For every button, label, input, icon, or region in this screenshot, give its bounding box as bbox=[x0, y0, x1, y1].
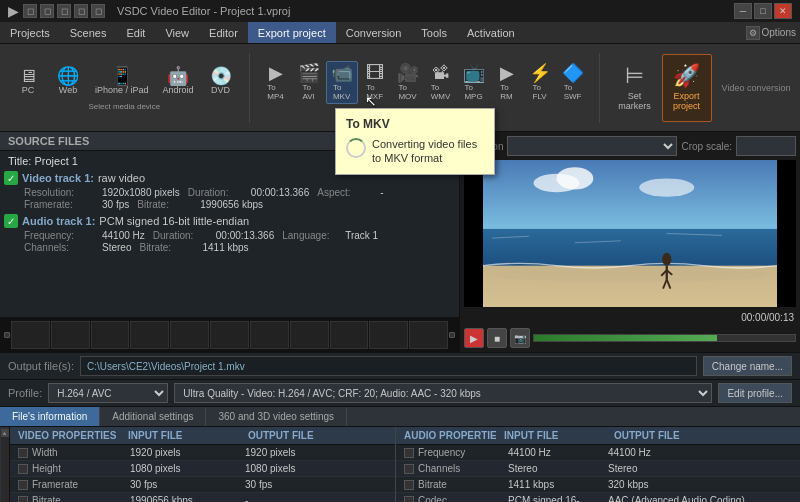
output-path-input[interactable] bbox=[80, 356, 697, 376]
conv-btn-flv[interactable]: ⚡ ToFLV bbox=[524, 61, 556, 104]
rm-icon: ▶ bbox=[500, 64, 514, 82]
markers-icon: ⊨ bbox=[625, 65, 644, 87]
audio-input-header: INPUT FILE bbox=[496, 427, 606, 445]
device-btn-android[interactable]: 🤖 Android bbox=[158, 64, 199, 98]
prop-name-channels: Channels bbox=[418, 463, 500, 474]
toolbar-icon-4[interactable]: ◻ bbox=[74, 4, 88, 18]
toolbar-icon-2[interactable]: ◻ bbox=[40, 4, 54, 18]
conv-btn-rm[interactable]: ▶ ToRM bbox=[491, 61, 523, 104]
table-row: Height 1080 pixels 1080 pixels bbox=[10, 461, 395, 477]
conv-btn-mpg[interactable]: 📺 ToMPG bbox=[458, 61, 490, 104]
at-duration-label: Duration: bbox=[153, 230, 208, 241]
source-files-content: Title: Project 1 ✓ Video track 1: raw vi… bbox=[0, 151, 459, 317]
menu-edit[interactable]: Edit bbox=[116, 22, 155, 43]
stop-button[interactable]: ■ bbox=[487, 328, 507, 348]
tab-additional-settings[interactable]: Additional settings bbox=[100, 407, 206, 426]
toolbar-icon-1[interactable]: ◻ bbox=[23, 4, 37, 18]
menu-projects[interactable]: Projects bbox=[0, 22, 60, 43]
vt-bitrate-val: 1990656 kbps bbox=[200, 199, 263, 210]
film-cell bbox=[290, 321, 329, 349]
menu-editor[interactable]: Editor bbox=[199, 22, 248, 43]
svg-point-10 bbox=[662, 253, 671, 266]
toolbar-icon-5[interactable]: ◻ bbox=[91, 4, 105, 18]
conv-label-avi: ToAVI bbox=[302, 83, 314, 101]
menu-activation[interactable]: Activation bbox=[457, 22, 525, 43]
device-btn-web[interactable]: 🌐 Web bbox=[50, 64, 86, 98]
audio-track-name: Audio track 1: bbox=[22, 215, 95, 227]
at-channels-val: Stereo bbox=[102, 242, 131, 253]
prop-output-audio-codec: AAC (Advanced Audio Coding) bbox=[600, 495, 792, 502]
menu-tools[interactable]: Tools bbox=[411, 22, 457, 43]
prop-name-bitrate: Bitrate bbox=[32, 495, 122, 502]
toolbar-icon-3[interactable]: ◻ bbox=[57, 4, 71, 18]
vt-resolution-val: 1920x1080 pixels bbox=[102, 187, 180, 198]
menu-scenes[interactable]: Scenes bbox=[60, 22, 117, 43]
edit-profile-button[interactable]: Edit profile... bbox=[718, 383, 792, 403]
play-button[interactable]: ▶ bbox=[464, 328, 484, 348]
menu-export-project[interactable]: Export project bbox=[248, 22, 336, 43]
video-preview-area bbox=[464, 160, 796, 307]
video-preview-panel: Direction Crop scale: bbox=[460, 132, 800, 352]
set-markers-button[interactable]: ⊨ Setmarkers bbox=[610, 54, 660, 122]
conv-label-mkv: ToMKV bbox=[333, 83, 350, 101]
prop-check-bitrate[interactable] bbox=[18, 496, 28, 503]
prop-input-channels: Stereo bbox=[500, 463, 600, 474]
bottom-section: Output file(s): Change name... Profile: … bbox=[0, 352, 800, 502]
at-duration-val: 00:00:13.366 bbox=[216, 230, 274, 241]
crop-scale-input[interactable] bbox=[736, 136, 796, 156]
svg-point-2 bbox=[557, 167, 594, 189]
swf-icon: 🔷 bbox=[562, 64, 584, 82]
video-props-header-row: VIDEO PROPERTIES INPUT FILE OUTPUT FILE bbox=[10, 427, 395, 445]
conv-btn-mxf[interactable]: 🎞 ToMXF bbox=[359, 61, 391, 104]
prop-check-audio-bitrate[interactable] bbox=[404, 480, 414, 490]
prop-check-width[interactable] bbox=[18, 448, 28, 458]
prop-check-channels[interactable] bbox=[404, 464, 414, 474]
conv-btn-swf[interactable]: 🔷 ToSWF bbox=[557, 61, 589, 104]
audio-props-header: AUDIO PROPERTIES bbox=[396, 427, 496, 445]
conv-btn-mov[interactable]: 🎥 ToMOV bbox=[392, 61, 424, 104]
device-selector: 🖥 PC 🌐 Web 📱 iPhone / iPad 🤖 Android 💿 bbox=[6, 64, 243, 111]
minimize-button[interactable]: ─ bbox=[734, 3, 752, 19]
tab-files-information[interactable]: File's information bbox=[0, 407, 100, 426]
menu-view[interactable]: View bbox=[155, 22, 199, 43]
table-row: Width 1920 pixels 1920 pixels bbox=[10, 445, 395, 461]
film-hole bbox=[449, 332, 455, 338]
close-button[interactable]: ✕ bbox=[774, 3, 792, 19]
conv-btn-avi[interactable]: 🎬 ToAVI bbox=[293, 61, 325, 104]
android-icon: 🤖 bbox=[167, 67, 189, 85]
direction-dropdown[interactable] bbox=[507, 136, 677, 156]
change-name-button[interactable]: Change name... bbox=[703, 356, 792, 376]
device-btn-dvd[interactable]: 💿 DVD bbox=[203, 64, 239, 98]
conv-label-rm: ToRM bbox=[500, 83, 512, 101]
app-icon: ▶ bbox=[8, 3, 19, 19]
prop-check-framerate[interactable] bbox=[18, 480, 28, 490]
profile-row: Profile: H.264 / AVC Ultra Quality - Vid… bbox=[0, 380, 800, 407]
vt-duration-label: Duration: bbox=[188, 187, 243, 198]
conv-label-mov: ToMOV bbox=[398, 83, 416, 101]
device-btn-iphone[interactable]: 📱 iPhone / iPad bbox=[90, 64, 154, 98]
conv-btn-mp4[interactable]: ▶ ToMP4 bbox=[260, 61, 292, 104]
mkv-icon: 📹 bbox=[331, 64, 353, 82]
options-gear-icon[interactable]: ⚙ bbox=[746, 26, 760, 40]
quality-select[interactable]: Ultra Quality - Video: H.264 / AVC; CRF:… bbox=[174, 383, 712, 403]
device-btn-pc[interactable]: 🖥 PC bbox=[10, 64, 46, 98]
properties-area: ▲ ▼ VIDEO PROPERTIES INPUT FILE OUTPUT F… bbox=[0, 427, 800, 502]
conv-btn-wmv[interactable]: 📽 ToWMV bbox=[425, 61, 457, 104]
options-label: Options bbox=[762, 27, 796, 38]
maximize-button[interactable]: □ bbox=[754, 3, 772, 19]
tab-360-3d-settings[interactable]: 360 and 3D video settings bbox=[206, 407, 347, 426]
conv-btn-mkv[interactable]: 📹 ToMKV bbox=[326, 61, 358, 104]
screenshot-button[interactable]: 📷 bbox=[510, 328, 530, 348]
film-strip bbox=[0, 317, 459, 352]
prop-check-frequency[interactable] bbox=[404, 448, 414, 458]
profile-select[interactable]: H.264 / AVC bbox=[48, 383, 168, 403]
avi-icon: 🎬 bbox=[298, 64, 320, 82]
menu-conversion[interactable]: Conversion bbox=[336, 22, 412, 43]
export-project-button[interactable]: 🚀 Exportproject bbox=[662, 54, 712, 122]
volume-bar[interactable] bbox=[533, 334, 796, 342]
vt-resolution-label: Resolution: bbox=[24, 187, 94, 198]
conv-label-wmv: ToWMV bbox=[431, 83, 451, 101]
scroll-up-arrow[interactable]: ▲ bbox=[1, 429, 9, 437]
prop-check-height[interactable] bbox=[18, 464, 28, 474]
prop-check-audio-codec[interactable] bbox=[404, 496, 414, 503]
